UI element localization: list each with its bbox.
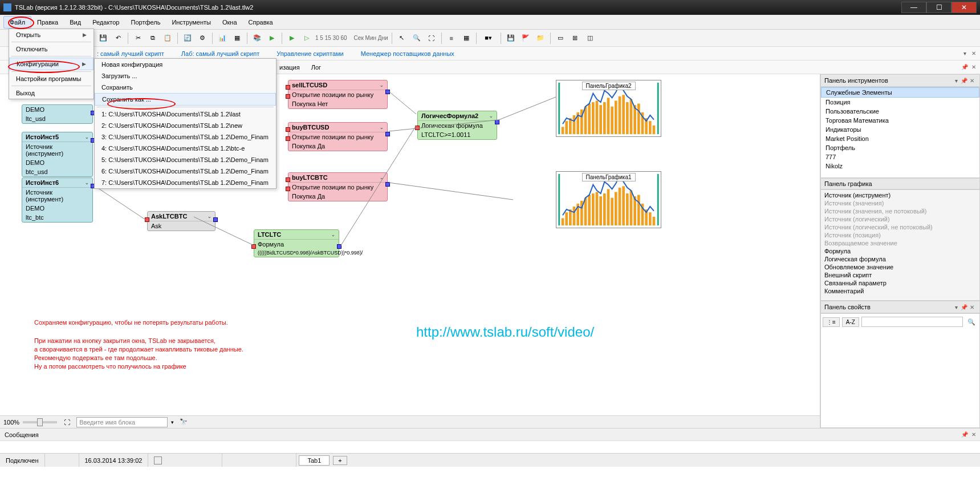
menu-exit[interactable]: Выход (9, 87, 93, 99)
pin-icon[interactable]: 📌 (961, 63, 969, 71)
color-picker[interactable]: ■▾ (480, 32, 497, 45)
menu-recent[interactable]: 3: C:\Users\TUKOSHA\Documents\TSLab 1.2\… (95, 131, 276, 143)
block-source-ltcusd[interactable]: DEMO ltc_usd (22, 104, 93, 124)
menu-disconnect[interactable]: Отключить (9, 43, 93, 55)
chart-panel-1[interactable]: ПанельГрафика1 (556, 171, 661, 228)
port-in[interactable] (286, 94, 290, 99)
dropdown-icon[interactable]: ▾ (952, 76, 960, 84)
stop-icon[interactable] (154, 456, 162, 464)
pin-icon[interactable]: 📌 (961, 430, 969, 438)
port-out[interactable] (385, 90, 390, 94)
window-icon[interactable]: ▭ (554, 32, 567, 45)
paste-icon[interactable]: 📋 (161, 32, 174, 45)
close-tab-icon[interactable]: ✕ (970, 63, 978, 71)
toolbox-item[interactable]: Позиция (821, 98, 979, 107)
menu-portfolio[interactable]: Портфель (125, 17, 166, 28)
binoculars-icon[interactable]: 🔭 (177, 416, 190, 429)
close-button[interactable]: ✕ (951, 2, 977, 13)
chart-icon[interactable]: 📊 (216, 32, 229, 45)
align-icon[interactable]: ≡ (445, 32, 458, 45)
layout-icon[interactable]: ⊞ (569, 32, 582, 45)
menu-recent[interactable]: 6: C:\Users\TUKOSHA\Documents\TSLab 1.2\… (95, 165, 276, 177)
play2-icon[interactable]: ▷ (300, 32, 313, 45)
workspace-tab[interactable]: Tab1 (299, 455, 330, 466)
block-sellltcusd[interactable]: sellLTCUSD⌄ Открытие позиции по рынку По… (288, 80, 388, 109)
port-in[interactable] (286, 187, 290, 191)
toolbox-item[interactable]: Market Position (821, 134, 979, 143)
port-in[interactable] (286, 127, 290, 132)
categorize-button[interactable]: ⋮≡ (823, 317, 840, 327)
toolbox-item[interactable]: Служебные Элементы (821, 87, 979, 98)
menu-load-config[interactable]: Загрузить ... (95, 70, 276, 82)
menu-help[interactable]: Справка (243, 17, 279, 28)
tab-log[interactable]: Лог (311, 64, 321, 71)
menu-editor[interactable]: Редактор (87, 17, 125, 28)
menu-program-settings[interactable]: Настройки программы (9, 73, 93, 84)
close-icon[interactable]: ✕ (968, 303, 976, 311)
chart-panel-2[interactable]: ПанельГрафика2 (556, 80, 661, 137)
toolbox-item[interactable]: Портфель (821, 143, 979, 152)
graph-panel-list[interactable]: Источник (инструмент)Источник (значения)… (820, 189, 980, 301)
flag-icon[interactable]: 🚩 (519, 32, 532, 45)
save-icon[interactable]: 💾 (97, 32, 109, 45)
zoom-slider[interactable] (23, 421, 57, 423)
toolbox-item[interactable]: Nikolz (821, 161, 979, 171)
grid-icon[interactable]: ▦ (460, 32, 473, 45)
menu-windows[interactable]: Окна (217, 17, 243, 28)
link-lab-script[interactable]: Лаб: самый лучший скрипт (181, 50, 259, 57)
menu-recent[interactable]: 4: C:\Users\TUKOSHA\Documents\TSLab 1.2\… (95, 143, 276, 154)
search-icon[interactable]: 🔍 (965, 316, 978, 328)
timeframe-units[interactable]: Сек Мин Дни (354, 35, 388, 41)
toolbox-item[interactable]: Индикаторы (821, 125, 979, 134)
expand-icon[interactable]: ⌄ (380, 83, 384, 88)
graph-panel-item[interactable]: Источник (инструмент) (822, 191, 978, 199)
link-data-providers[interactable]: Менеджер поставщиков данных (361, 50, 454, 57)
expand-icon[interactable]: ⌄ (208, 214, 212, 219)
books-icon[interactable]: 📚 (251, 32, 263, 45)
toolbox-list[interactable]: Служебные Элементы Позиция Пользовательс… (820, 87, 980, 178)
expand-icon[interactable]: ⌄ (85, 135, 89, 140)
port-out[interactable] (495, 120, 499, 124)
refresh-icon[interactable]: 🔄 (181, 32, 194, 45)
copy-icon[interactable]: ⧉ (147, 32, 159, 45)
menu-file[interactable]: Файл (3, 16, 31, 29)
port-in[interactable] (145, 217, 149, 222)
menu-instruments[interactable]: Инструменты (166, 17, 217, 28)
close-icon[interactable]: ✕ (970, 430, 978, 438)
block-buyltcbtc[interactable]: buyLTCBTC⌄ Открытие позиции по рынку Пок… (288, 172, 388, 201)
block-ltcltc[interactable]: LTCLTC⌄ Формула (((((BidLTCUSD*0.998)/As… (254, 229, 339, 257)
block-buybtcusd[interactable]: buyBTCUSD⌄ Открытие позиции по рынку Пок… (288, 122, 388, 151)
save2-icon[interactable]: 💾 (505, 32, 517, 45)
cut-icon[interactable]: ✂ (132, 32, 144, 45)
table-icon[interactable]: ▦ (231, 32, 243, 45)
close-icon[interactable]: ✕ (968, 76, 976, 84)
maximize-button[interactable]: ☐ (926, 2, 951, 13)
pin-icon[interactable]: 📌 (960, 303, 968, 311)
play-icon[interactable]: ▶ (286, 32, 298, 45)
graph-panel-item[interactable]: Внешний скрипт (822, 271, 978, 279)
menu-recent[interactable]: 5: C:\Users\TUKOSHA\Documents\TSLab 1.2\… (95, 154, 276, 165)
menu-recent[interactable]: 7: C:\Users\TUKOSHA\Documents\TSLab 1.2\… (95, 177, 276, 188)
port-out[interactable] (385, 132, 390, 136)
menu-edit[interactable]: Правка (31, 17, 64, 28)
fit-screen-icon[interactable]: ⛶ (60, 416, 73, 429)
port-out[interactable] (337, 244, 341, 249)
close-panel-icon[interactable]: ✕ (970, 50, 978, 58)
expand-icon[interactable]: ⌄ (489, 114, 493, 119)
port-in[interactable] (415, 126, 420, 130)
play-green-icon[interactable]: ▶ (266, 32, 278, 45)
expand-icon[interactable]: ⌄ (331, 232, 335, 237)
menu-open[interactable]: Открыть▶ (9, 29, 93, 41)
menu-save-config[interactable]: Сохранить (95, 82, 276, 93)
menu-recent[interactable]: 2: C:\Users\TUKOSHA\Documents\TSLab 1.2\… (95, 120, 276, 131)
graph-panel-item[interactable]: Формула (822, 247, 978, 255)
menu-configurations[interactable]: Конфигурации▶ (9, 58, 93, 70)
sort-az-button[interactable]: A-Z (842, 317, 859, 327)
pin-icon[interactable]: 📌 (960, 76, 968, 84)
fit-icon[interactable]: ⛶ (425, 32, 438, 45)
graph-panel-item[interactable]: Обновляемое значение (822, 263, 978, 271)
toolbox-item[interactable]: Торговая Математика (821, 116, 979, 125)
block-name-input[interactable]: Введите имя блока (76, 417, 168, 427)
link-best-script[interactable]: : самый лучший скрипт (97, 50, 164, 57)
dropdown-icon[interactable]: ▾ (961, 50, 969, 58)
